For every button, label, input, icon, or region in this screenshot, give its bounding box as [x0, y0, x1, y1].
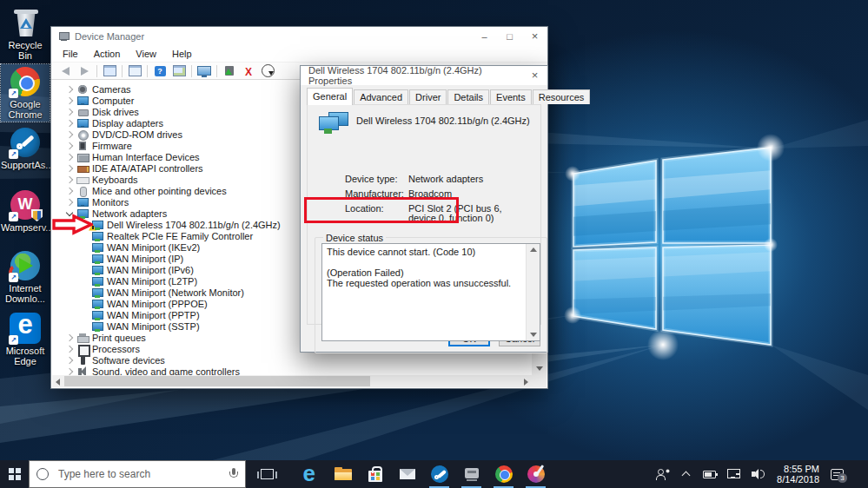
tab-resources[interactable]: Resources: [533, 89, 591, 104]
forward-button[interactable]: [75, 63, 94, 79]
chevron-collapsed-icon[interactable]: [64, 366, 75, 376]
tree-item[interactable]: Software devices: [52, 354, 532, 366]
export-list-button[interactable]: [125, 63, 144, 79]
chevron-collapsed-icon[interactable]: [64, 141, 75, 151]
taskbar-clock[interactable]: 8:55 PM 8/14/2018: [777, 464, 819, 485]
chevron-collapsed-icon[interactable]: [64, 355, 75, 366]
scroll-right-icon[interactable]: [524, 379, 528, 386]
microphone-icon[interactable]: [229, 468, 238, 480]
update-driver-button[interactable]: [220, 63, 239, 79]
chevron-collapsed-icon[interactable]: [64, 186, 75, 196]
horizontal-scrollbar[interactable]: [52, 375, 532, 387]
chevron-collapsed-icon[interactable]: [64, 197, 75, 208]
supportassist-icon: [430, 465, 449, 484]
chevron-spacer: [79, 265, 89, 275]
chevron-collapsed-icon[interactable]: [64, 163, 75, 174]
chevron-collapsed-icon[interactable]: [64, 333, 75, 343]
desktop-icon-label: Wampserv...: [1, 222, 50, 233]
scrollbar-corner: [532, 375, 547, 387]
taskbar-app-microsoft-edge[interactable]: [295, 460, 327, 488]
desktop-icon-google-chrome[interactable]: ↗GoogleChrome: [1, 64, 50, 122]
mouse-icon: [76, 186, 89, 196]
scrollbar-thumb[interactable]: [64, 376, 370, 386]
desktop-icon-wampserver[interactable]: ↗Wampserv...: [1, 188, 50, 234]
tab-driver[interactable]: Driver: [409, 89, 447, 104]
taskbar-search[interactable]: [29, 460, 246, 488]
device-status-box: This device cannot start. (Code 10) (Ope…: [321, 243, 540, 341]
desktop-icon-supportassist[interactable]: ↗SupportAs...: [1, 125, 50, 172]
chevron-collapsed-icon[interactable]: [64, 118, 75, 129]
tab-details[interactable]: Details: [447, 89, 489, 104]
chevron-collapsed-icon[interactable]: [64, 84, 75, 95]
keyboard-icon: [76, 175, 89, 185]
chevron-collapsed-icon[interactable]: [64, 152, 75, 162]
taskbar-app-mail[interactable]: [391, 460, 423, 488]
devices-by-type-button[interactable]: [195, 63, 214, 79]
taskbar-app-google-chrome[interactable]: [487, 460, 520, 488]
desktop-icon-microsoft-edge[interactable]: ↗MicrosoftEdge: [1, 311, 50, 368]
netadapter-icon: [91, 254, 103, 264]
notifications-icon[interactable]: 3: [831, 469, 844, 480]
desktop-icon-internet-download-manager[interactable]: ↗InternetDownlo...: [1, 248, 50, 306]
battery-icon[interactable]: [703, 471, 716, 478]
scroll-left-icon[interactable]: [56, 379, 60, 386]
menu-action[interactable]: Action: [86, 49, 129, 59]
shortcut-arrow-icon: ↗: [9, 212, 18, 221]
maximize-button[interactable]: □: [497, 27, 522, 46]
start-button[interactable]: [0, 460, 29, 488]
search-input[interactable]: [56, 467, 229, 481]
scroll-down-icon[interactable]: [530, 333, 537, 337]
chevron-collapsed-icon[interactable]: [64, 344, 75, 354]
people-icon[interactable]: [656, 468, 670, 480]
chevron-collapsed-icon[interactable]: [64, 96, 75, 106]
dialog-close-icon[interactable]: ×: [522, 66, 547, 85]
network-icon[interactable]: [727, 469, 740, 479]
menu-help[interactable]: Help: [164, 49, 200, 59]
scan-for-hardware-changes-icon: [262, 64, 275, 77]
minimize-button[interactable]: –: [472, 27, 497, 46]
status-scrollbar[interactable]: [526, 244, 540, 340]
tree-item-label: WAN Miniport (PPTP): [107, 310, 200, 320]
forward-icon: [81, 67, 89, 76]
tree-item-label: WAN Miniport (IP): [107, 254, 183, 264]
notification-badge: 3: [838, 473, 847, 483]
taskbar-app-microsoft-store[interactable]: [359, 460, 391, 488]
desktop-icon-label: SupportAs...: [1, 160, 50, 170]
tree-item[interactable]: Sound, video and game controllers: [52, 366, 532, 375]
tree-item-label: Dell Wireless 1704 802.11b/g/n (2.4GHz): [107, 220, 281, 230]
export-list-icon: [129, 65, 142, 76]
device-manager-titlebar: Device Manager – □ ×: [51, 27, 547, 46]
taskbar-app-file-explorer[interactable]: [327, 460, 359, 488]
chevron-collapsed-icon[interactable]: [64, 175, 75, 185]
volume-icon[interactable]: [752, 469, 765, 479]
scan-for-hardware-changes-button[interactable]: [258, 63, 277, 79]
netadapter-icon: [91, 242, 103, 253]
back-button[interactable]: [56, 63, 75, 79]
properties-button[interactable]: [169, 63, 189, 79]
menu-file[interactable]: File: [55, 49, 86, 59]
tab-advanced[interactable]: Advanced: [354, 89, 408, 104]
processor-icon: [76, 344, 89, 354]
close-button[interactable]: ×: [522, 27, 547, 46]
taskbar-app-supportassist[interactable]: [423, 460, 455, 488]
chevron-collapsed-icon[interactable]: [64, 107, 75, 117]
hidden-icons-chevron-icon[interactable]: [681, 471, 692, 478]
tab-general[interactable]: General: [307, 88, 353, 105]
taskbar-app-paint[interactable]: [520, 460, 552, 488]
chevron-collapsed-icon[interactable]: [64, 129, 75, 140]
menu-view[interactable]: View: [128, 49, 164, 59]
help-button[interactable]: [150, 63, 169, 79]
task-view-button[interactable]: [254, 460, 280, 488]
scroll-down-icon[interactable]: [536, 366, 543, 371]
scroll-up-icon[interactable]: [530, 247, 537, 252]
netadapter-icon: [91, 220, 103, 230]
console-window-button[interactable]: [100, 63, 119, 79]
uninstall-device-button[interactable]: [239, 63, 258, 79]
file-explorer-icon: [334, 465, 353, 484]
computer-icon: [76, 96, 89, 106]
tab-events[interactable]: Events: [490, 89, 532, 104]
monitor-icon: [76, 197, 89, 208]
desktop-icon-recycle-bin[interactable]: Recycle Bin: [1, 5, 50, 63]
taskbar-app-device-manager[interactable]: [455, 460, 487, 488]
device-field-row: Device type:Network adapters: [345, 175, 532, 184]
